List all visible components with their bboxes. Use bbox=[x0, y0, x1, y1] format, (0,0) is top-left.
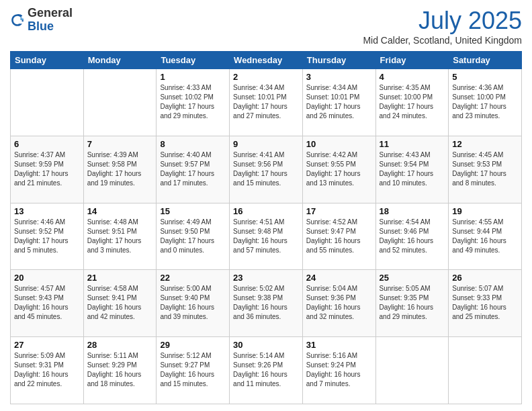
day-info: Sunrise: 4:33 AMSunset: 10:02 PMDaylight… bbox=[160, 83, 226, 121]
col-header-sunday: Sunday bbox=[11, 52, 84, 69]
logo-icon bbox=[10, 13, 25, 28]
day-info: Sunrise: 4:35 AMSunset: 10:00 PMDaylight… bbox=[380, 83, 445, 121]
day-info: Sunrise: 5:14 AMSunset: 9:26 PMDaylight:… bbox=[233, 351, 299, 389]
day-info: Sunrise: 5:05 AMSunset: 9:35 PMDaylight:… bbox=[380, 284, 445, 322]
calendar-cell: 31Sunrise: 5:16 AMSunset: 9:24 PMDayligh… bbox=[302, 337, 375, 404]
calendar-cell bbox=[375, 337, 449, 404]
col-header-tuesday: Tuesday bbox=[157, 52, 230, 69]
day-info: Sunrise: 4:40 AMSunset: 9:57 PMDaylight:… bbox=[160, 150, 226, 188]
calendar-header-row: SundayMondayTuesdayWednesdayThursdayFrid… bbox=[11, 52, 522, 69]
day-info: Sunrise: 5:04 AMSunset: 9:36 PMDaylight:… bbox=[306, 284, 372, 322]
calendar-week-4: 20Sunrise: 4:57 AMSunset: 9:43 PMDayligh… bbox=[11, 270, 522, 337]
day-info: Sunrise: 4:57 AMSunset: 9:43 PMDaylight:… bbox=[14, 284, 80, 322]
col-header-friday: Friday bbox=[375, 52, 449, 69]
day-info: Sunrise: 4:37 AMSunset: 9:59 PMDaylight:… bbox=[14, 150, 80, 188]
calendar-cell: 2Sunrise: 4:34 AMSunset: 10:01 PMDayligh… bbox=[230, 69, 303, 136]
day-number: 30 bbox=[233, 340, 299, 350]
col-header-monday: Monday bbox=[83, 52, 157, 69]
day-info: Sunrise: 4:42 AMSunset: 9:55 PMDaylight:… bbox=[306, 150, 372, 188]
calendar-cell: 30Sunrise: 5:14 AMSunset: 9:26 PMDayligh… bbox=[230, 337, 303, 404]
day-info: Sunrise: 5:07 AMSunset: 9:33 PMDaylight:… bbox=[452, 284, 518, 322]
calendar-cell: 27Sunrise: 5:09 AMSunset: 9:31 PMDayligh… bbox=[11, 337, 84, 404]
calendar-cell: 9Sunrise: 4:41 AMSunset: 9:56 PMDaylight… bbox=[230, 136, 303, 203]
calendar-cell: 17Sunrise: 4:52 AMSunset: 9:47 PMDayligh… bbox=[302, 203, 375, 270]
day-number: 17 bbox=[306, 206, 372, 216]
calendar-table: SundayMondayTuesdayWednesdayThursdayFrid… bbox=[10, 51, 522, 404]
calendar-cell: 22Sunrise: 5:00 AMSunset: 9:40 PMDayligh… bbox=[157, 270, 230, 337]
calendar-cell: 26Sunrise: 5:07 AMSunset: 9:33 PMDayligh… bbox=[449, 270, 522, 337]
day-number: 10 bbox=[306, 139, 372, 149]
day-info: Sunrise: 4:52 AMSunset: 9:47 PMDaylight:… bbox=[306, 218, 372, 255]
day-number: 8 bbox=[160, 139, 226, 149]
day-info: Sunrise: 4:34 AMSunset: 10:01 PMDaylight… bbox=[233, 83, 299, 121]
calendar-cell bbox=[11, 69, 84, 136]
day-number: 2 bbox=[233, 72, 299, 82]
calendar-cell: 21Sunrise: 4:58 AMSunset: 9:41 PMDayligh… bbox=[83, 270, 157, 337]
col-header-thursday: Thursday bbox=[302, 52, 375, 69]
day-number: 1 bbox=[160, 72, 226, 82]
calendar-cell: 13Sunrise: 4:46 AMSunset: 9:52 PMDayligh… bbox=[11, 203, 84, 270]
calendar-week-3: 13Sunrise: 4:46 AMSunset: 9:52 PMDayligh… bbox=[11, 203, 522, 270]
logo-text: General Blue bbox=[28, 7, 73, 34]
calendar-cell: 7Sunrise: 4:39 AMSunset: 9:58 PMDaylight… bbox=[83, 136, 157, 203]
logo-general-text: General bbox=[28, 6, 73, 19]
day-number: 14 bbox=[87, 206, 153, 216]
calendar-cell: 23Sunrise: 5:02 AMSunset: 9:38 PMDayligh… bbox=[230, 270, 303, 337]
day-info: Sunrise: 4:54 AMSunset: 9:46 PMDaylight:… bbox=[380, 218, 445, 255]
day-number: 15 bbox=[160, 206, 226, 216]
day-number: 23 bbox=[233, 273, 299, 283]
logo: General Blue bbox=[10, 7, 73, 34]
header: General Blue July 2025 Mid Calder, Scotl… bbox=[10, 7, 522, 46]
calendar-cell: 3Sunrise: 4:34 AMSunset: 10:01 PMDayligh… bbox=[302, 69, 375, 136]
col-header-saturday: Saturday bbox=[449, 52, 522, 69]
logo-blue-text: Blue bbox=[28, 19, 54, 33]
calendar-cell bbox=[83, 69, 157, 136]
day-number: 5 bbox=[452, 72, 518, 82]
day-number: 28 bbox=[87, 340, 153, 350]
day-number: 18 bbox=[380, 206, 445, 216]
day-number: 27 bbox=[14, 340, 80, 350]
calendar-cell: 25Sunrise: 5:05 AMSunset: 9:35 PMDayligh… bbox=[375, 270, 449, 337]
calendar-cell: 20Sunrise: 4:57 AMSunset: 9:43 PMDayligh… bbox=[11, 270, 84, 337]
calendar-cell: 28Sunrise: 5:11 AMSunset: 9:29 PMDayligh… bbox=[83, 337, 157, 404]
day-number: 29 bbox=[160, 340, 226, 350]
day-number: 3 bbox=[306, 72, 372, 82]
day-info: Sunrise: 5:00 AMSunset: 9:40 PMDaylight:… bbox=[160, 284, 226, 322]
day-number: 26 bbox=[452, 273, 518, 283]
day-info: Sunrise: 4:34 AMSunset: 10:01 PMDaylight… bbox=[306, 83, 372, 121]
calendar-week-5: 27Sunrise: 5:09 AMSunset: 9:31 PMDayligh… bbox=[11, 337, 522, 404]
day-info: Sunrise: 5:16 AMSunset: 9:24 PMDaylight:… bbox=[306, 351, 372, 389]
day-number: 6 bbox=[14, 139, 80, 149]
day-number: 11 bbox=[380, 139, 445, 149]
day-info: Sunrise: 4:43 AMSunset: 9:54 PMDaylight:… bbox=[380, 150, 445, 188]
calendar-cell: 1Sunrise: 4:33 AMSunset: 10:02 PMDayligh… bbox=[157, 69, 230, 136]
title-block: July 2025 Mid Calder, Scotland, United K… bbox=[363, 7, 522, 46]
day-info: Sunrise: 4:49 AMSunset: 9:50 PMDaylight:… bbox=[160, 218, 226, 255]
calendar-cell: 6Sunrise: 4:37 AMSunset: 9:59 PMDaylight… bbox=[11, 136, 84, 203]
day-number: 19 bbox=[452, 206, 518, 216]
day-info: Sunrise: 5:11 AMSunset: 9:29 PMDaylight:… bbox=[87, 351, 153, 389]
day-info: Sunrise: 4:41 AMSunset: 9:56 PMDaylight:… bbox=[233, 150, 299, 188]
calendar-cell: 16Sunrise: 4:51 AMSunset: 9:48 PMDayligh… bbox=[230, 203, 303, 270]
day-number: 25 bbox=[380, 273, 445, 283]
day-info: Sunrise: 4:58 AMSunset: 9:41 PMDaylight:… bbox=[87, 284, 153, 322]
day-info: Sunrise: 4:46 AMSunset: 9:52 PMDaylight:… bbox=[14, 218, 80, 255]
calendar-cell: 15Sunrise: 4:49 AMSunset: 9:50 PMDayligh… bbox=[157, 203, 230, 270]
day-info: Sunrise: 4:36 AMSunset: 10:00 PMDaylight… bbox=[452, 83, 518, 121]
day-info: Sunrise: 4:45 AMSunset: 9:53 PMDaylight:… bbox=[452, 150, 518, 188]
location: Mid Calder, Scotland, United Kingdom bbox=[363, 35, 522, 46]
day-number: 21 bbox=[87, 273, 153, 283]
calendar-cell: 8Sunrise: 4:40 AMSunset: 9:57 PMDaylight… bbox=[157, 136, 230, 203]
calendar-cell: 10Sunrise: 4:42 AMSunset: 9:55 PMDayligh… bbox=[302, 136, 375, 203]
day-info: Sunrise: 4:48 AMSunset: 9:51 PMDaylight:… bbox=[87, 218, 153, 255]
calendar-week-2: 6Sunrise: 4:37 AMSunset: 9:59 PMDaylight… bbox=[11, 136, 522, 203]
col-header-wednesday: Wednesday bbox=[230, 52, 303, 69]
day-number: 13 bbox=[14, 206, 80, 216]
page: General Blue July 2025 Mid Calder, Scotl… bbox=[0, 0, 532, 411]
calendar-cell bbox=[449, 337, 522, 404]
day-number: 4 bbox=[380, 72, 445, 82]
month-title: July 2025 bbox=[363, 7, 522, 35]
day-number: 24 bbox=[306, 273, 372, 283]
day-info: Sunrise: 4:55 AMSunset: 9:44 PMDaylight:… bbox=[452, 218, 518, 255]
day-number: 31 bbox=[306, 340, 372, 350]
